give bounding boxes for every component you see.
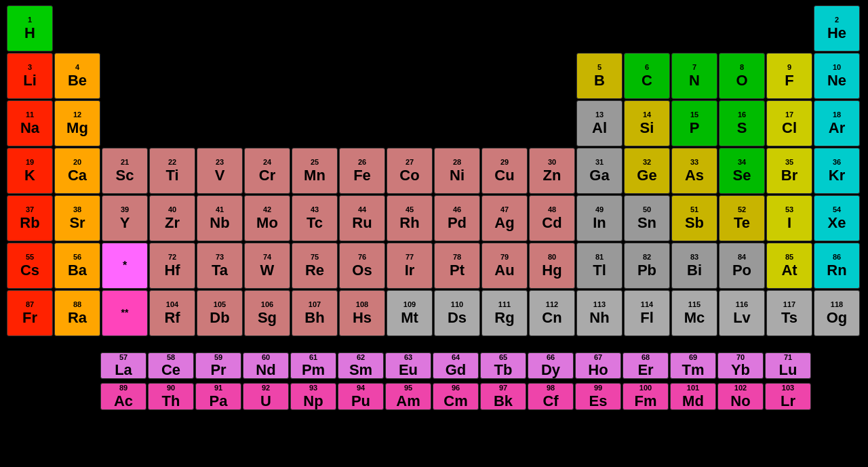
- element-cu[interactable]: 29Cu: [481, 148, 528, 194]
- element-zn[interactable]: 30Zn: [529, 148, 575, 194]
- element-u[interactable]: 92U: [243, 383, 289, 409]
- element-in[interactable]: 49In: [576, 195, 623, 241]
- element-y[interactable]: 39Y: [102, 195, 148, 241]
- element-th[interactable]: 90Th: [148, 383, 194, 409]
- element-mc[interactable]: 115Mc: [671, 290, 717, 336]
- element-pt[interactable]: 78Pt: [434, 243, 480, 289]
- element-po[interactable]: 84Po: [719, 243, 765, 289]
- element-re[interactable]: 75Re: [292, 243, 338, 289]
- element-tc[interactable]: 43Tc: [292, 195, 338, 241]
- element-mn[interactable]: 25Mn: [292, 148, 338, 194]
- element-cn[interactable]: 112Cn: [529, 290, 575, 336]
- element-ru[interactable]: 44Ru: [339, 195, 385, 241]
- element-ba[interactable]: 56Ba: [54, 243, 100, 289]
- element-rh[interactable]: 45Rh: [387, 195, 433, 241]
- element-sg[interactable]: 106Sg: [244, 290, 290, 336]
- element-no[interactable]: 102No: [717, 383, 764, 409]
- element-es[interactable]: 99Es: [575, 383, 621, 409]
- element-n[interactable]: 7N: [671, 53, 717, 99]
- element-nh[interactable]: 113Nh: [576, 290, 623, 336]
- element-ca[interactable]: 20Ca: [54, 148, 100, 194]
- element-lu[interactable]: 71Lu: [765, 352, 811, 379]
- element-cs[interactable]: 55Cs: [7, 243, 53, 289]
- element-ts[interactable]: 117Ts: [766, 290, 812, 336]
- element-rg[interactable]: 111Rg: [481, 290, 528, 336]
- element-dy[interactable]: 66Dy: [528, 352, 574, 379]
- element-fm[interactable]: 100Fm: [623, 383, 669, 409]
- element-ag[interactable]: 47Ag: [481, 195, 528, 241]
- element-au[interactable]: 79Au: [481, 243, 528, 289]
- element-b[interactable]: 5B: [576, 53, 623, 99]
- element-f[interactable]: 9F: [766, 53, 812, 99]
- element-ra[interactable]: 88Ra: [54, 290, 100, 336]
- element-sc[interactable]: 21Sc: [102, 148, 148, 194]
- element-sb[interactable]: 51Sb: [671, 195, 717, 241]
- element-rf[interactable]: 104Rf: [149, 290, 195, 336]
- element-og[interactable]: 118Og: [814, 290, 860, 336]
- element-rn[interactable]: 86Rn: [814, 243, 860, 289]
- element-hg[interactable]: 80Hg: [529, 243, 575, 289]
- element-tb[interactable]: 65Tb: [480, 352, 526, 379]
- element-pr[interactable]: 59Pr: [195, 352, 241, 379]
- element-sm[interactable]: 62Sm: [338, 352, 384, 379]
- element-p[interactable]: 15P: [671, 100, 717, 146]
- element-o[interactable]: 8O: [719, 53, 765, 99]
- element-be[interactable]: 4Be: [54, 53, 100, 99]
- element-c[interactable]: 6C: [624, 53, 670, 99]
- element-md[interactable]: 101Md: [670, 383, 716, 409]
- element-fe[interactable]: 26Fe: [339, 148, 385, 194]
- element-ac[interactable]: 89Ac: [100, 383, 146, 409]
- element-ga[interactable]: 31Ga: [576, 148, 623, 194]
- element-na[interactable]: 11Na: [7, 100, 53, 146]
- element-co[interactable]: 27Co: [387, 148, 433, 194]
- element-gd[interactable]: 64Gd: [433, 352, 479, 379]
- element-i[interactable]: 53I: [766, 195, 812, 241]
- element-si[interactable]: 14Si: [624, 100, 670, 146]
- element-k[interactable]: 19K: [7, 148, 53, 194]
- element-ti[interactable]: 22Ti: [149, 148, 195, 194]
- element-ni[interactable]: 28Ni: [434, 148, 480, 194]
- element-eu[interactable]: 63Eu: [385, 352, 431, 379]
- element-nd[interactable]: 60Nd: [243, 352, 289, 379]
- element-la[interactable]: 57La: [100, 352, 146, 379]
- element-lv[interactable]: 116Lv: [719, 290, 765, 336]
- element-ir[interactable]: 77Ir: [387, 243, 433, 289]
- element-pa[interactable]: 91Pa: [195, 383, 241, 409]
- element-se[interactable]: 34Se: [719, 148, 765, 194]
- element-sr[interactable]: 38Sr: [54, 195, 100, 241]
- element-yb[interactable]: 70Yb: [717, 352, 764, 379]
- element-h[interactable]: 1H: [7, 5, 53, 52]
- element-cd[interactable]: 48Cd: [529, 195, 575, 241]
- element-br[interactable]: 35Br: [766, 148, 812, 194]
- element-ds[interactable]: 110Ds: [434, 290, 480, 336]
- element-cm[interactable]: 96Cm: [433, 383, 479, 409]
- element-pd[interactable]: 46Pd: [434, 195, 480, 241]
- element-ta[interactable]: 73Ta: [197, 243, 243, 289]
- element-db[interactable]: 105Db: [197, 290, 243, 336]
- element-tm[interactable]: 69Tm: [670, 352, 716, 379]
- element-he[interactable]: 2He: [814, 5, 860, 52]
- element-al[interactable]: 13Al: [576, 100, 623, 146]
- element-bi[interactable]: 83Bi: [671, 243, 717, 289]
- element-ge[interactable]: 32Ge: [624, 148, 670, 194]
- element-fl[interactable]: 114Fl: [624, 290, 670, 336]
- element-s[interactable]: 16S: [719, 100, 765, 146]
- element-nb[interactable]: 41Nb: [197, 195, 243, 241]
- element-li[interactable]: 3Li: [7, 53, 53, 99]
- element-ar[interactable]: 18Ar: [814, 100, 860, 146]
- element-v[interactable]: 23V: [197, 148, 243, 194]
- element-mg[interactable]: 12Mg: [54, 100, 100, 146]
- element-xe[interactable]: 54Xe: [814, 195, 860, 241]
- element-ce[interactable]: 58Ce: [148, 352, 194, 379]
- element-sn[interactable]: 50Sn: [624, 195, 670, 241]
- element-os[interactable]: 76Os: [339, 243, 385, 289]
- element-fr[interactable]: 87Fr: [7, 290, 53, 336]
- element-pm[interactable]: 61Pm: [290, 352, 336, 379]
- element-ne[interactable]: 10Ne: [814, 53, 860, 99]
- element-kr[interactable]: 36Kr: [814, 148, 860, 194]
- element-mt[interactable]: 109Mt: [387, 290, 433, 336]
- element-cl[interactable]: 17Cl: [766, 100, 812, 146]
- element-pu[interactable]: 94Pu: [338, 383, 384, 409]
- element-hf[interactable]: 72Hf: [149, 243, 195, 289]
- element-er[interactable]: 68Er: [623, 352, 669, 379]
